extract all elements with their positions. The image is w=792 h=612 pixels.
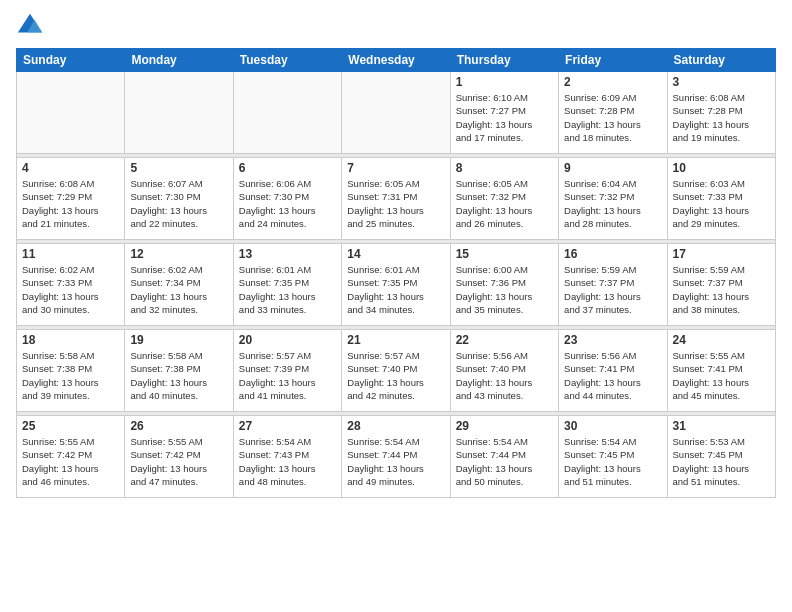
day-info: Sunrise: 6:04 AM Sunset: 7:32 PM Dayligh… xyxy=(564,177,661,230)
calendar-cell: 18Sunrise: 5:58 AM Sunset: 7:38 PM Dayli… xyxy=(17,330,125,412)
day-number: 4 xyxy=(22,161,119,175)
day-number: 22 xyxy=(456,333,553,347)
calendar-cell: 1Sunrise: 6:10 AM Sunset: 7:27 PM Daylig… xyxy=(450,72,558,154)
day-number: 5 xyxy=(130,161,227,175)
calendar-week-1: 1Sunrise: 6:10 AM Sunset: 7:27 PM Daylig… xyxy=(17,72,776,154)
day-number: 9 xyxy=(564,161,661,175)
page: SundayMondayTuesdayWednesdayThursdayFrid… xyxy=(0,0,792,612)
calendar-cell: 23Sunrise: 5:56 AM Sunset: 7:41 PM Dayli… xyxy=(559,330,667,412)
day-number: 29 xyxy=(456,419,553,433)
calendar-cell: 5Sunrise: 6:07 AM Sunset: 7:30 PM Daylig… xyxy=(125,158,233,240)
day-info: Sunrise: 5:54 AM Sunset: 7:43 PM Dayligh… xyxy=(239,435,336,488)
day-info: Sunrise: 5:59 AM Sunset: 7:37 PM Dayligh… xyxy=(673,263,770,316)
day-number: 25 xyxy=(22,419,119,433)
day-info: Sunrise: 5:57 AM Sunset: 7:39 PM Dayligh… xyxy=(239,349,336,402)
day-info: Sunrise: 5:58 AM Sunset: 7:38 PM Dayligh… xyxy=(22,349,119,402)
day-number: 6 xyxy=(239,161,336,175)
day-number: 10 xyxy=(673,161,770,175)
day-number: 19 xyxy=(130,333,227,347)
day-info: Sunrise: 6:03 AM Sunset: 7:33 PM Dayligh… xyxy=(673,177,770,230)
calendar-cell: 13Sunrise: 6:01 AM Sunset: 7:35 PM Dayli… xyxy=(233,244,341,326)
day-info: Sunrise: 6:08 AM Sunset: 7:28 PM Dayligh… xyxy=(673,91,770,144)
calendar-cell: 28Sunrise: 5:54 AM Sunset: 7:44 PM Dayli… xyxy=(342,416,450,498)
calendar-cell: 11Sunrise: 6:02 AM Sunset: 7:33 PM Dayli… xyxy=(17,244,125,326)
calendar-cell: 15Sunrise: 6:00 AM Sunset: 7:36 PM Dayli… xyxy=(450,244,558,326)
logo xyxy=(16,12,48,40)
calendar-cell: 21Sunrise: 5:57 AM Sunset: 7:40 PM Dayli… xyxy=(342,330,450,412)
day-number: 21 xyxy=(347,333,444,347)
day-info: Sunrise: 5:55 AM Sunset: 7:42 PM Dayligh… xyxy=(22,435,119,488)
day-info: Sunrise: 5:59 AM Sunset: 7:37 PM Dayligh… xyxy=(564,263,661,316)
day-number: 18 xyxy=(22,333,119,347)
calendar-cell: 24Sunrise: 5:55 AM Sunset: 7:41 PM Dayli… xyxy=(667,330,775,412)
day-number: 26 xyxy=(130,419,227,433)
calendar-cell: 6Sunrise: 6:06 AM Sunset: 7:30 PM Daylig… xyxy=(233,158,341,240)
day-info: Sunrise: 6:06 AM Sunset: 7:30 PM Dayligh… xyxy=(239,177,336,230)
day-info: Sunrise: 6:02 AM Sunset: 7:34 PM Dayligh… xyxy=(130,263,227,316)
day-info: Sunrise: 6:05 AM Sunset: 7:31 PM Dayligh… xyxy=(347,177,444,230)
calendar-header-wednesday: Wednesday xyxy=(342,49,450,72)
day-number: 3 xyxy=(673,75,770,89)
calendar-cell: 12Sunrise: 6:02 AM Sunset: 7:34 PM Dayli… xyxy=(125,244,233,326)
calendar-header-saturday: Saturday xyxy=(667,49,775,72)
calendar-cell xyxy=(17,72,125,154)
day-number: 7 xyxy=(347,161,444,175)
day-number: 30 xyxy=(564,419,661,433)
calendar-cell: 30Sunrise: 5:54 AM Sunset: 7:45 PM Dayli… xyxy=(559,416,667,498)
calendar-cell: 7Sunrise: 6:05 AM Sunset: 7:31 PM Daylig… xyxy=(342,158,450,240)
calendar-week-2: 4Sunrise: 6:08 AM Sunset: 7:29 PM Daylig… xyxy=(17,158,776,240)
calendar-cell: 26Sunrise: 5:55 AM Sunset: 7:42 PM Dayli… xyxy=(125,416,233,498)
calendar-cell: 20Sunrise: 5:57 AM Sunset: 7:39 PM Dayli… xyxy=(233,330,341,412)
header xyxy=(16,12,776,40)
calendar-cell: 17Sunrise: 5:59 AM Sunset: 7:37 PM Dayli… xyxy=(667,244,775,326)
day-info: Sunrise: 5:53 AM Sunset: 7:45 PM Dayligh… xyxy=(673,435,770,488)
day-number: 28 xyxy=(347,419,444,433)
day-info: Sunrise: 6:05 AM Sunset: 7:32 PM Dayligh… xyxy=(456,177,553,230)
calendar-table: SundayMondayTuesdayWednesdayThursdayFrid… xyxy=(16,48,776,498)
calendar-header-sunday: Sunday xyxy=(17,49,125,72)
calendar-cell: 27Sunrise: 5:54 AM Sunset: 7:43 PM Dayli… xyxy=(233,416,341,498)
day-info: Sunrise: 5:54 AM Sunset: 7:45 PM Dayligh… xyxy=(564,435,661,488)
calendar-cell: 31Sunrise: 5:53 AM Sunset: 7:45 PM Dayli… xyxy=(667,416,775,498)
calendar-cell xyxy=(125,72,233,154)
day-number: 8 xyxy=(456,161,553,175)
day-number: 1 xyxy=(456,75,553,89)
calendar-week-3: 11Sunrise: 6:02 AM Sunset: 7:33 PM Dayli… xyxy=(17,244,776,326)
day-info: Sunrise: 6:07 AM Sunset: 7:30 PM Dayligh… xyxy=(130,177,227,230)
day-number: 31 xyxy=(673,419,770,433)
calendar-cell: 19Sunrise: 5:58 AM Sunset: 7:38 PM Dayli… xyxy=(125,330,233,412)
day-info: Sunrise: 5:58 AM Sunset: 7:38 PM Dayligh… xyxy=(130,349,227,402)
day-number: 15 xyxy=(456,247,553,261)
day-number: 14 xyxy=(347,247,444,261)
calendar-header-tuesday: Tuesday xyxy=(233,49,341,72)
calendar-header-row: SundayMondayTuesdayWednesdayThursdayFrid… xyxy=(17,49,776,72)
calendar-cell: 4Sunrise: 6:08 AM Sunset: 7:29 PM Daylig… xyxy=(17,158,125,240)
day-info: Sunrise: 5:55 AM Sunset: 7:42 PM Dayligh… xyxy=(130,435,227,488)
day-number: 12 xyxy=(130,247,227,261)
calendar-header-friday: Friday xyxy=(559,49,667,72)
day-info: Sunrise: 5:57 AM Sunset: 7:40 PM Dayligh… xyxy=(347,349,444,402)
day-number: 17 xyxy=(673,247,770,261)
calendar-cell: 16Sunrise: 5:59 AM Sunset: 7:37 PM Dayli… xyxy=(559,244,667,326)
calendar-week-4: 18Sunrise: 5:58 AM Sunset: 7:38 PM Dayli… xyxy=(17,330,776,412)
day-info: Sunrise: 6:08 AM Sunset: 7:29 PM Dayligh… xyxy=(22,177,119,230)
day-number: 20 xyxy=(239,333,336,347)
day-number: 11 xyxy=(22,247,119,261)
calendar-cell xyxy=(233,72,341,154)
logo-icon xyxy=(16,12,44,40)
calendar-cell: 2Sunrise: 6:09 AM Sunset: 7:28 PM Daylig… xyxy=(559,72,667,154)
day-info: Sunrise: 6:00 AM Sunset: 7:36 PM Dayligh… xyxy=(456,263,553,316)
day-number: 16 xyxy=(564,247,661,261)
day-info: Sunrise: 5:55 AM Sunset: 7:41 PM Dayligh… xyxy=(673,349,770,402)
day-info: Sunrise: 6:09 AM Sunset: 7:28 PM Dayligh… xyxy=(564,91,661,144)
day-info: Sunrise: 6:02 AM Sunset: 7:33 PM Dayligh… xyxy=(22,263,119,316)
day-number: 2 xyxy=(564,75,661,89)
calendar-header-thursday: Thursday xyxy=(450,49,558,72)
calendar-cell: 3Sunrise: 6:08 AM Sunset: 7:28 PM Daylig… xyxy=(667,72,775,154)
calendar-cell: 8Sunrise: 6:05 AM Sunset: 7:32 PM Daylig… xyxy=(450,158,558,240)
calendar-cell: 9Sunrise: 6:04 AM Sunset: 7:32 PM Daylig… xyxy=(559,158,667,240)
day-info: Sunrise: 6:01 AM Sunset: 7:35 PM Dayligh… xyxy=(239,263,336,316)
calendar-cell: 10Sunrise: 6:03 AM Sunset: 7:33 PM Dayli… xyxy=(667,158,775,240)
day-info: Sunrise: 5:56 AM Sunset: 7:40 PM Dayligh… xyxy=(456,349,553,402)
day-info: Sunrise: 6:10 AM Sunset: 7:27 PM Dayligh… xyxy=(456,91,553,144)
